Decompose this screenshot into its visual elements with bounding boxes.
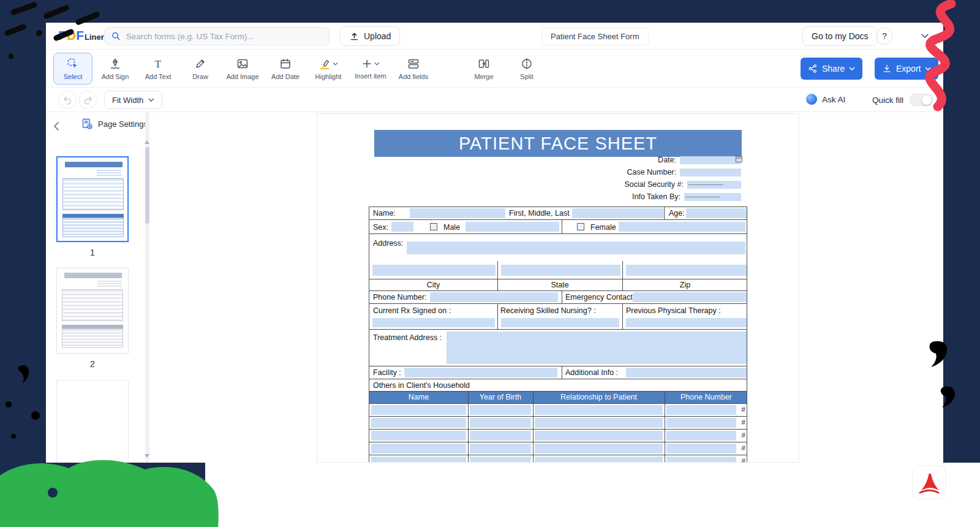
- tool-add-text[interactable]: T Add Text: [138, 53, 178, 85]
- tool-label: Add Sign: [102, 73, 129, 80]
- tool-add-image[interactable]: Add Image: [223, 53, 262, 85]
- household-relationship-field[interactable]: [535, 431, 663, 441]
- tool-label: Insert item: [355, 72, 386, 80]
- undo-button[interactable]: [58, 91, 77, 109]
- redo-button[interactable]: [78, 91, 97, 109]
- rx-field[interactable]: [372, 318, 495, 327]
- tool-select[interactable]: Select: [53, 53, 92, 85]
- phone-field[interactable]: [430, 292, 558, 302]
- address-field[interactable]: [407, 241, 745, 254]
- page-thumbnail-3[interactable]: [56, 380, 129, 463]
- export-button[interactable]: Export: [875, 58, 938, 80]
- treatment-address-field[interactable]: [447, 332, 747, 364]
- household-phone-field[interactable]: [666, 431, 736, 441]
- name-field-2[interactable]: [572, 208, 663, 218]
- emergency-contact-field[interactable]: [633, 292, 747, 302]
- help-button[interactable]: ?: [876, 28, 893, 45]
- facility-row: Facility : Additional Info :: [369, 366, 747, 379]
- sidebar-scrollbar-thumb[interactable]: [145, 147, 149, 224]
- scroll-down-arrow[interactable]: [145, 454, 149, 458]
- calendar-icon[interactable]: [735, 155, 743, 163]
- name-field[interactable]: [410, 208, 505, 218]
- tool-draw[interactable]: Draw: [181, 53, 220, 85]
- household-table-row: #: [369, 404, 747, 417]
- nursing-field[interactable]: [501, 318, 619, 327]
- household-relationship-field[interactable]: [535, 457, 663, 463]
- collapse-sidebar-icon[interactable]: [51, 120, 63, 132]
- scroll-up-arrow[interactable]: [145, 140, 149, 144]
- household-name-field[interactable]: [371, 418, 466, 428]
- rx-label: Current Rx Signed on :: [373, 306, 451, 315]
- treatment-address-row: Treatment Address :: [369, 330, 747, 366]
- household-yob-field[interactable]: [470, 431, 531, 441]
- household-name-field[interactable]: [371, 457, 466, 463]
- info-taken-by-field[interactable]: -------------------: [684, 193, 741, 201]
- household-phone-field[interactable]: [666, 444, 736, 453]
- household-yob-field[interactable]: [470, 418, 531, 428]
- date-field[interactable]: [680, 156, 741, 164]
- share-button[interactable]: Share: [801, 58, 862, 80]
- female-field[interactable]: [619, 222, 745, 232]
- tool-add-fields[interactable]: Add fields: [394, 53, 433, 85]
- search-bar: [104, 27, 330, 45]
- tool-merge[interactable]: Merge: [464, 53, 503, 85]
- chevron-down-icon[interactable]: [921, 33, 929, 39]
- tool-highlight[interactable]: Highlight: [309, 53, 348, 85]
- case-number-row: Case Number:: [627, 168, 741, 176]
- ssn-field[interactable]: -------------------: [687, 181, 741, 189]
- household-table-row: #: [369, 442, 747, 455]
- thumbnail-art: [62, 218, 124, 237]
- household-relationship-field[interactable]: [535, 444, 663, 453]
- male-checkbox[interactable]: [430, 223, 437, 230]
- household-yob-field[interactable]: [470, 444, 531, 453]
- tool-insert-item[interactable]: Insert item: [351, 53, 390, 85]
- household-name-field[interactable]: [371, 405, 466, 415]
- divider: [533, 455, 533, 463]
- pdfliner-logo[interactable]: PDFLiner: [58, 28, 104, 45]
- household-heading-row: Others in Client's Household: [369, 379, 747, 392]
- thumbnail-art: [64, 273, 122, 278]
- facility-field[interactable]: [404, 368, 557, 377]
- sex-field[interactable]: [391, 222, 413, 232]
- facility-label: Facility :: [373, 368, 401, 377]
- page-thumbnail-1[interactable]: [56, 156, 129, 242]
- phone-label: Phone Number:: [373, 293, 427, 301]
- page-number-2: 2: [56, 359, 129, 369]
- page-thumbnail-2[interactable]: [56, 268, 129, 354]
- name-row: Name: First, Middle, Last Age:: [369, 207, 747, 220]
- household-phone-field[interactable]: [666, 405, 736, 415]
- divider: [468, 455, 469, 463]
- state-field[interactable]: [501, 265, 620, 276]
- tool-label: Add Image: [226, 73, 258, 80]
- case-number-field[interactable]: [680, 169, 741, 176]
- household-yob-field[interactable]: [470, 457, 531, 463]
- upload-button[interactable]: Upload: [340, 26, 400, 46]
- split-icon: [521, 58, 533, 70]
- household-name-field[interactable]: [371, 444, 466, 453]
- tool-split[interactable]: Split: [507, 53, 546, 85]
- ask-ai-button[interactable]: Ask AI: [806, 94, 845, 105]
- additional-info-field[interactable]: [626, 368, 747, 377]
- household-relationship-field[interactable]: [535, 418, 663, 428]
- zip-field[interactable]: [626, 265, 747, 276]
- household-phone-field[interactable]: [666, 457, 736, 463]
- household-name-field[interactable]: [371, 431, 466, 441]
- female-checkbox[interactable]: [577, 223, 584, 230]
- household-relationship-field[interactable]: [535, 405, 663, 415]
- state-label: State: [497, 281, 622, 289]
- city-field[interactable]: [372, 265, 496, 276]
- age-field[interactable]: [686, 208, 747, 218]
- tool-add-date[interactable]: Add Date: [266, 53, 305, 85]
- search-input[interactable]: [126, 32, 323, 41]
- quick-fill-toggle[interactable]: [910, 94, 933, 106]
- household-phone-field[interactable]: [666, 418, 736, 428]
- tool-add-sign[interactable]: Add Sign: [96, 53, 135, 85]
- zoom-select[interactable]: Fit Width: [104, 91, 162, 109]
- household-yob-field[interactable]: [470, 405, 531, 415]
- divider: [562, 291, 562, 303]
- image-icon: [236, 58, 249, 70]
- page-settings-button[interactable]: Page Settings: [81, 118, 148, 130]
- male-field[interactable]: [466, 222, 559, 232]
- pt-field[interactable]: [626, 318, 747, 327]
- go-to-my-docs-button[interactable]: Go to my Docs: [802, 26, 878, 46]
